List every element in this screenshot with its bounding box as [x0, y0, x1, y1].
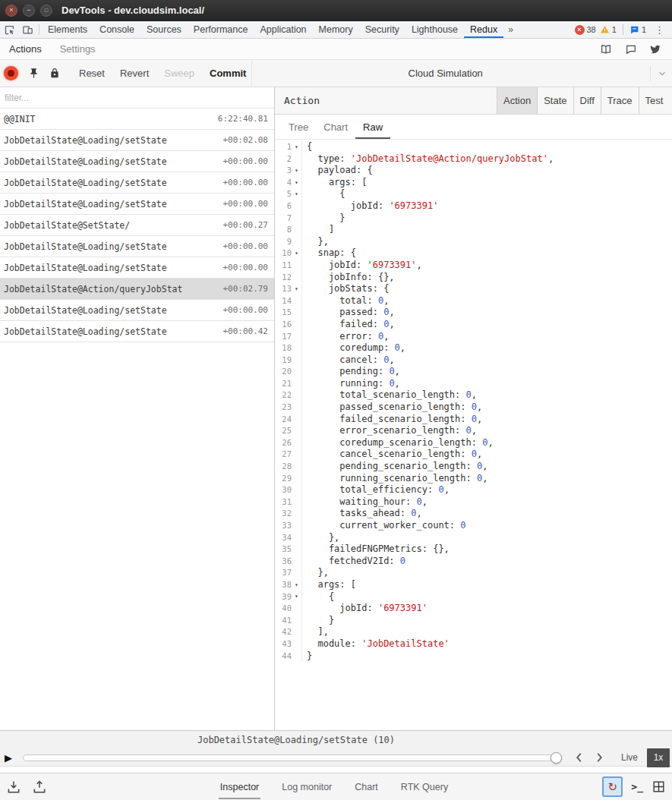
devtools-menu-button[interactable]: ⋮	[650, 24, 669, 36]
action-name: JobDetailState@Loading/setState	[4, 178, 216, 188]
play-button[interactable]: ▶	[5, 753, 17, 763]
warning-badge[interactable]: 1	[600, 25, 617, 34]
code-text: },	[302, 236, 329, 248]
instance-selector[interactable]: Cloud Simulation	[251, 60, 672, 87]
issues-badge[interactable]: 1	[629, 25, 646, 35]
devtools-tab-memory[interactable]: Memory	[313, 21, 359, 38]
devtools-tab-lighthouse[interactable]: Lighthouse	[405, 21, 464, 38]
fold-arrow-icon[interactable]: ▾	[292, 168, 301, 174]
lock-button[interactable]	[49, 68, 60, 79]
gutter: 10▾	[275, 247, 302, 260]
step-forward-button[interactable]	[596, 752, 603, 763]
action-list-item[interactable]: JobDetailState@Loading/setState+00:02.08	[0, 130, 274, 151]
action-list-item[interactable]: JobDetailState@Loading/setState+00:00.42	[0, 321, 274, 342]
gutter: 8	[275, 224, 302, 236]
code-line: 35 failedFNGPMetrics: {},	[275, 543, 672, 556]
action-list-item[interactable]: JobDetailState@Loading/setState+00:00.00	[0, 172, 274, 194]
action-list-item[interactable]: JobDetailState@Loading/setState+00:00.00	[0, 236, 274, 257]
fold-arrow-icon[interactable]: ▾	[292, 191, 301, 197]
commit-button[interactable]: Commit	[204, 65, 251, 82]
inspector-subtab-chart[interactable]: Chart	[316, 115, 355, 139]
layout-button[interactable]	[651, 780, 666, 794]
twitter-button[interactable]	[649, 43, 661, 55]
code-token: passed:	[307, 307, 383, 317]
feedback-button[interactable]	[625, 43, 637, 55]
code-token: module:	[307, 638, 361, 649]
gutter: 14	[275, 295, 302, 307]
gutter: 11	[275, 260, 302, 272]
more-tabs-button[interactable]: »	[503, 21, 518, 38]
code-token: jobId:	[307, 603, 378, 613]
action-list-item[interactable]: JobDetailState@Loading/setState+00:00.00	[0, 300, 274, 321]
gutter: 44	[275, 650, 302, 663]
window-maximize-button[interactable]: □	[40, 5, 52, 17]
code-token: pending_scenario_length:	[307, 461, 477, 471]
devtools-tab-security[interactable]: Security	[359, 21, 405, 38]
action-list-item[interactable]: JobDetailState@Loading/setState+00:00.00	[0, 194, 274, 215]
fold-arrow-icon[interactable]: ▾	[292, 144, 301, 150]
inspector-subtab-tree[interactable]: Tree	[281, 115, 316, 139]
gutter: 13▾	[275, 283, 302, 295]
devtools-tab-redux[interactable]: Redux	[464, 21, 503, 38]
devtools-tab-application[interactable]: Application	[254, 21, 312, 38]
action-list-item[interactable]: @@INIT6:22:40.81	[0, 109, 274, 130]
footer-tab-inspector[interactable]: Inspector	[219, 774, 260, 799]
pin-button[interactable]	[28, 68, 39, 79]
devtools-tab-elements[interactable]: Elements	[42, 21, 93, 38]
filter-input[interactable]	[0, 87, 274, 108]
window-close-button[interactable]: ×	[5, 5, 17, 17]
code-text: payload: {	[302, 165, 373, 177]
inspect-element-button[interactable]	[0, 21, 18, 38]
code-line: 10▾ snap: {	[275, 247, 672, 260]
code-line: 30 total_efficiency: 0,	[275, 484, 672, 496]
sync-toggle-button[interactable]: ↻	[602, 776, 623, 797]
action-list-item[interactable]: JobDetailState@Loading/setState+00:00.00	[0, 257, 274, 279]
fold-arrow-icon[interactable]: ▾	[292, 594, 301, 600]
action-time: +00:00.42	[222, 326, 268, 336]
device-toolbar-button[interactable]	[18, 21, 36, 38]
action-time: +00:00.00	[222, 178, 268, 187]
docs-button[interactable]	[599, 43, 613, 55]
fold-arrow-icon[interactable]: ▾	[292, 582, 301, 588]
devtools-tab-console[interactable]: Console	[93, 21, 140, 38]
inspector-tab-diff[interactable]: Diff	[573, 87, 601, 114]
inspector-tab-trace[interactable]: Trace	[601, 87, 639, 114]
action-name: JobDetailState@Loading/setState	[4, 199, 216, 209]
devtools-tab-performance[interactable]: Performance	[188, 21, 254, 38]
inspector-tab-state[interactable]: State	[537, 87, 573, 114]
action-list-item[interactable]: JobDetailState@SetState/+00:00.27	[0, 215, 274, 236]
code-text: args: [	[302, 579, 356, 591]
inspector-subtab-raw[interactable]: Raw	[355, 115, 390, 139]
action-list-item[interactable]: JobDetailState@Loading/setState+00:00.00	[0, 151, 274, 172]
panel-tab-settings[interactable]: Settings	[51, 39, 105, 59]
panel-tab-actions[interactable]: Actions	[0, 39, 51, 59]
sweep-button[interactable]: Sweep	[159, 65, 200, 82]
action-list-item[interactable]: JobDetailState@Action/queryJobStat+00:02…	[0, 279, 274, 300]
fold-arrow-icon[interactable]: ▾	[292, 250, 301, 257]
export-button[interactable]	[32, 780, 47, 795]
inspector-tab-test[interactable]: Test	[639, 87, 670, 114]
playback-slider[interactable]	[23, 752, 562, 764]
window-minimize-button[interactable]: −	[23, 5, 35, 17]
code-token: failedFNGPMetrics: {},	[307, 543, 450, 554]
gutter: 36	[275, 556, 302, 568]
fold-arrow-icon[interactable]: ▾	[292, 180, 301, 186]
code-token: ,	[472, 389, 477, 400]
slider-handle[interactable]	[551, 752, 562, 764]
fold-arrow-icon[interactable]: ▾	[292, 286, 301, 292]
reset-button[interactable]: Reset	[74, 65, 110, 82]
footer-tab-log-monitor[interactable]: Log monitor	[280, 774, 333, 799]
revert-button[interactable]: Revert	[115, 65, 154, 82]
dispatcher-button[interactable]: >_	[631, 781, 643, 792]
redux-panel-tabbar: ActionsSettings	[0, 39, 672, 60]
import-button[interactable]	[6, 780, 21, 795]
playback-speed-button[interactable]: 1x	[647, 748, 670, 767]
footer-tab-rtk-query[interactable]: RTK Query	[399, 774, 450, 799]
code-token: pending:	[307, 366, 389, 376]
devtools-tab-sources[interactable]: Sources	[140, 21, 188, 38]
step-back-button[interactable]	[576, 752, 582, 763]
footer-tab-chart[interactable]: Chart	[353, 774, 380, 799]
inspector-tab-action[interactable]: Action	[497, 87, 537, 114]
record-button[interactable]	[4, 66, 18, 80]
error-badge[interactable]: × 38	[575, 25, 596, 35]
